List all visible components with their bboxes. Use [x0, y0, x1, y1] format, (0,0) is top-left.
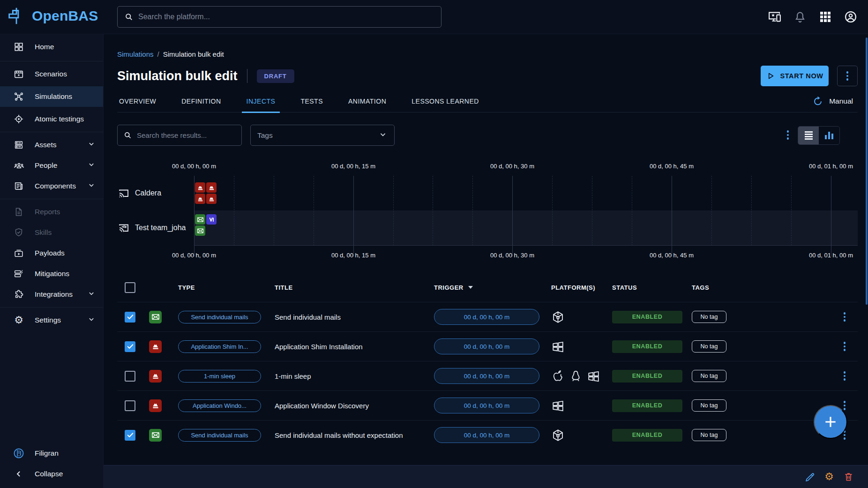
sidebar-item-label: Simulations — [35, 92, 72, 101]
col-header-type[interactable]: TYPE — [178, 284, 275, 291]
puzzle-icon — [13, 289, 24, 300]
row-checkbox[interactable] — [125, 312, 135, 323]
inject-caldera-icon[interactable] — [195, 194, 205, 204]
trigger-chip[interactable]: 00 d, 00 h, 00 m — [434, 368, 539, 384]
sidebar-item-label: Mitigations — [35, 270, 69, 278]
inject-email-icon[interactable] — [195, 225, 205, 236]
caldera-type-icon — [149, 370, 162, 383]
sidebar-item-mitigations[interactable]: Mitigations — [0, 263, 103, 284]
apps-grid-icon[interactable] — [818, 10, 832, 24]
inject-type-chip: Application Windo... — [178, 399, 261, 412]
global-search-input[interactable] — [138, 13, 434, 21]
row-menu-kebab-icon[interactable] — [844, 312, 846, 322]
inject-verify-icon[interactable] — [206, 214, 217, 225]
start-now-button[interactable]: START NOW — [761, 66, 829, 86]
row-menu-kebab-icon[interactable] — [844, 401, 846, 410]
account-icon[interactable] — [844, 10, 858, 24]
results-search-input[interactable] — [137, 131, 236, 139]
row-checkbox[interactable] — [125, 341, 135, 352]
tags-filter-select[interactable]: Tags — [250, 125, 395, 146]
tab-injects[interactable]: INJECTS — [245, 90, 277, 113]
tab-animation[interactable]: ANIMATION — [346, 90, 388, 113]
trigger-chip[interactable]: 00 d, 00 h, 00 m — [434, 309, 539, 325]
add-inject-fab[interactable] — [814, 405, 847, 439]
table-row[interactable]: Application Shim In... Application Shim … — [117, 331, 858, 361]
target-icon — [13, 113, 24, 125]
settings-gear-icon[interactable]: ⚙ — [823, 471, 835, 482]
sidebar-item-label: Assets — [35, 141, 57, 149]
scrollbar-thumb[interactable] — [866, 38, 868, 305]
tab-overview[interactable]: OVERVIEW — [117, 90, 158, 113]
inject-email-icon[interactable] — [195, 214, 205, 225]
internal-hexagon-icon — [551, 310, 565, 324]
platforms-cell — [551, 428, 612, 442]
sidebar-item-label: Payloads — [35, 249, 65, 257]
timeline-top-axis: 00 d, 00 h, 00 m 00 d, 00 h, 15 m 00 d, … — [117, 163, 858, 171]
results-search[interactable] — [117, 125, 242, 146]
tab-definition[interactable]: DEFINITION — [180, 90, 223, 113]
delete-trash-icon[interactable] — [843, 471, 854, 482]
gear-icon: ⚙ — [13, 315, 24, 326]
sidebar-item-settings[interactable]: ⚙ Settings — [0, 310, 103, 330]
row-checkbox[interactable] — [125, 400, 135, 411]
col-header-platforms[interactable]: PLATFORM(S) — [551, 284, 612, 291]
trigger-chip[interactable]: 00 d, 00 h, 00 m — [434, 427, 539, 443]
sidebar-item-reports[interactable]: Reports — [0, 202, 103, 222]
trigger-chip[interactable]: 00 d, 00 h, 00 m — [434, 398, 539, 413]
sidebar-item-simulations[interactable]: Simulations — [0, 86, 103, 107]
filigran-logo-icon — [13, 448, 24, 459]
tick-label: 00 d, 00 h, 30 m — [490, 252, 534, 259]
inject-caldera-icon[interactable] — [195, 182, 205, 193]
sidebar-item-payloads[interactable]: Payloads — [0, 243, 103, 263]
status-badge: ENABLED — [612, 429, 682, 442]
breadcrumb-simulations-link[interactable]: Simulations — [117, 50, 154, 58]
inject-title: Application Window Discovery — [275, 402, 434, 410]
sidebar-item-filigran[interactable]: Filigran — [0, 443, 103, 464]
sidebar-item-assets[interactable]: Assets — [0, 135, 103, 155]
sidebar-item-home[interactable]: Home — [0, 35, 103, 59]
sidebar-item-integrations[interactable]: Integrations — [0, 284, 103, 305]
table-row[interactable]: Send individual mails Send individual ma… — [117, 420, 858, 450]
breadcrumb-separator: / — [157, 50, 159, 58]
select-all-checkbox[interactable] — [125, 282, 135, 293]
tab-lessons-learned[interactable]: LESSONS LEARNED — [410, 90, 481, 113]
row-menu-kebab-icon[interactable] — [844, 342, 846, 351]
sidebar-divider — [0, 61, 103, 61]
row-menu-kebab-icon[interactable] — [844, 371, 846, 381]
caldera-type-icon — [149, 399, 162, 412]
sort-desc-icon — [468, 286, 473, 289]
table-row[interactable]: Application Windo... Application Window … — [117, 390, 858, 420]
table-row[interactable]: Send individual mails Send individual ma… — [117, 302, 858, 331]
sidebar-item-skills[interactable]: Skills — [0, 222, 103, 243]
sidebar-item-people[interactable]: People — [0, 155, 103, 176]
distribution-view-toggle[interactable] — [819, 127, 839, 144]
sidebar-item-components[interactable]: Components — [0, 176, 103, 196]
openbas-logo[interactable]: OpenBAS — [6, 5, 98, 27]
simulation-more-button[interactable] — [837, 66, 858, 86]
sidebar-item-atomic-testings[interactable]: Atomic testings — [0, 109, 103, 129]
col-header-status[interactable]: STATUS — [612, 284, 692, 291]
timeline-options-kebab-icon[interactable] — [787, 130, 789, 140]
col-header-title[interactable]: TITLE — [275, 284, 434, 291]
devices-icon[interactable] — [768, 10, 782, 24]
row-checkbox[interactable] — [125, 430, 135, 441]
sidebar-item-label: Filigran — [35, 449, 59, 458]
refresh-mode[interactable]: Manual — [812, 90, 853, 113]
tab-tests[interactable]: TESTS — [299, 90, 325, 113]
row-checkbox[interactable] — [125, 371, 135, 382]
table-row[interactable]: 1-min sleep 1-min sleep 00 d, 00 h, 00 m… — [117, 361, 858, 390]
global-search[interactable] — [117, 6, 441, 28]
timeline-row-label: Caldera — [118, 188, 192, 199]
groups-icon — [13, 160, 24, 171]
col-header-trigger[interactable]: TRIGGER — [434, 284, 551, 291]
sidebar-item-collapse[interactable]: Collapse — [0, 464, 103, 484]
inject-caldera-icon[interactable] — [206, 194, 217, 204]
list-view-toggle[interactable] — [798, 127, 819, 144]
sidebar-item-scenarios[interactable]: Scenarios — [0, 64, 103, 84]
notifications-bell-icon[interactable] — [793, 10, 807, 24]
col-header-tags[interactable]: TAGS — [692, 284, 806, 291]
trigger-chip[interactable]: 00 d, 00 h, 00 m — [434, 338, 539, 354]
inject-caldera-icon[interactable] — [206, 182, 217, 193]
top-bar: OpenBAS — [0, 0, 868, 34]
edit-pencil-icon[interactable] — [804, 471, 816, 482]
